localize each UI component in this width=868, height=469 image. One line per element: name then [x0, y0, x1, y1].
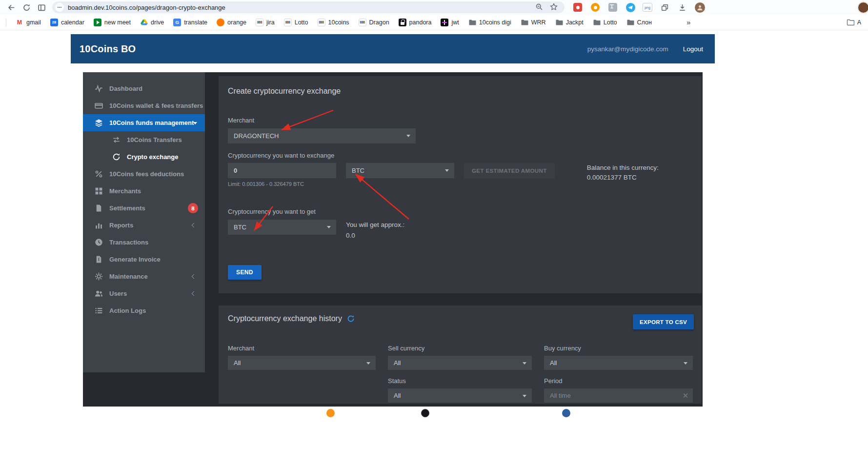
translate-icon	[173, 19, 181, 26]
clear-period-icon[interactable]	[682, 392, 689, 399]
bookmark-translate[interactable]: translate	[173, 19, 207, 26]
zoom-icon[interactable]	[535, 3, 544, 12]
main-content: Create cryptocurrency exchange Merchant …	[205, 72, 703, 404]
url-bar[interactable]: boadmin.dev.10coins.co/pages/dragon-cryp…	[52, 1, 565, 13]
sidebar-item-transactions[interactable]: Transactions	[83, 234, 205, 251]
side-panel-icon[interactable]	[35, 1, 48, 14]
settlements-count-badge: 8	[188, 203, 198, 213]
bookmark-gmail[interactable]: gmail	[16, 19, 41, 26]
extensions-row: png	[572, 2, 705, 13]
url-text: boadmin.dev.10coins.co/pages/dragon-cryp…	[68, 4, 529, 11]
send-button[interactable]: SEND	[228, 265, 262, 280]
bookmark-10coins[interactable]: 888 10coins	[318, 19, 349, 26]
favicon-888-icon: 888	[284, 19, 292, 26]
sidebar-item-dashboard[interactable]: Dashboard	[83, 80, 205, 97]
site-info-icon[interactable]	[55, 3, 64, 12]
gear-icon	[95, 272, 103, 281]
sync-icon	[112, 153, 121, 162]
sidebar-item-merchants[interactable]: Merchants	[83, 183, 205, 200]
sidebar-item-fees-deductions[interactable]: 10Coins fees deductions	[83, 165, 205, 183]
status-filter-select[interactable]: All	[388, 388, 532, 403]
sidebar-item-settlements[interactable]: Settlements 8	[83, 200, 205, 217]
sidebar-item-crypto-exchange[interactable]: Crypto exchange	[83, 148, 205, 165]
sidebar-item-wallet-fees-transfers[interactable]: 10Coins wallet & fees transfers	[83, 97, 205, 114]
extension-png-icon[interactable]: png	[643, 3, 652, 12]
merchant-filter-label: Merchant	[228, 345, 376, 352]
sidebar-item-reports[interactable]: Reports	[83, 217, 205, 234]
chevron-left-icon	[192, 291, 197, 296]
extension-scale-icon[interactable]	[607, 2, 618, 13]
bookmark-jwt[interactable]: jwt	[441, 19, 459, 26]
extension-red-icon[interactable]	[572, 2, 583, 13]
sell-currency-value: BTC	[352, 167, 364, 174]
buy-currency-filter-select[interactable]: All	[544, 356, 693, 370]
gmail-icon	[16, 19, 23, 26]
get-estimated-amount-button[interactable]: GET ESTIMATED AMOUNT	[464, 163, 555, 178]
bookmark-folder-lotto[interactable]: Lotto	[593, 19, 617, 26]
bookmark-new-meet[interactable]: new meet	[94, 19, 131, 26]
bookmarks-divider	[6, 19, 6, 26]
amount-input[interactable]	[228, 163, 336, 178]
layers-icon	[95, 119, 103, 127]
export-csv-button[interactable]: EXPORT TO CSV	[633, 314, 694, 329]
bookmark-folder-slon[interactable]: Слон	[626, 19, 652, 26]
sidebar-item-10coins-transfers[interactable]: 10Coins Transfers	[83, 131, 205, 148]
create-exchange-panel: Create cryptocurrency exchange Merchant …	[219, 76, 702, 293]
period-filter-value: All time	[550, 392, 571, 399]
bookmark-folder-wrr[interactable]: WRR	[521, 19, 546, 26]
reload-icon[interactable]	[20, 1, 33, 14]
balance-label: Balance in this currency:	[587, 163, 659, 173]
extension-telegram-icon[interactable]	[625, 2, 636, 13]
extension-avatar-icon[interactable]	[694, 2, 705, 13]
refresh-history-icon[interactable]	[347, 315, 355, 323]
bookmark-pandora[interactable]: pandora	[399, 19, 432, 26]
downloads-icon[interactable]	[677, 2, 687, 13]
status-filter-value: All	[394, 392, 401, 399]
approx-info: You will get approx.: 0.0	[346, 220, 404, 241]
document-icon	[95, 204, 103, 213]
sell-currency-filter-select[interactable]: All	[388, 356, 532, 370]
bookmark-folder-jackpt[interactable]: Jackpt	[555, 19, 584, 26]
meet-icon	[94, 19, 101, 26]
bookmark-lotto[interactable]: 888 Lotto	[284, 19, 308, 26]
profile-avatar[interactable]	[857, 1, 868, 14]
back-icon[interactable]	[5, 1, 18, 14]
sidebar-item-funds-management[interactable]: 10Coins funds management	[83, 114, 205, 131]
sell-currency-select[interactable]: BTC	[346, 163, 454, 178]
folder-icon	[593, 19, 601, 26]
percent-icon	[95, 170, 103, 179]
merchant-select[interactable]: DRAGONTECH	[228, 128, 416, 143]
bookmark-folder-a[interactable]: A	[847, 19, 861, 26]
logout-button[interactable]: Logout	[683, 45, 703, 53]
sidebar-item-action-logs[interactable]: Action Logs	[83, 302, 205, 319]
bookmark-jira[interactable]: 888 jira	[256, 19, 275, 26]
exchange-history-panel: Cryptocurrency exchange history EXPORT T…	[219, 306, 702, 404]
sidebar-item-generate-invoice[interactable]: Generate Invoice	[83, 251, 205, 268]
jwt-icon	[441, 19, 448, 26]
bar-chart-icon	[95, 221, 103, 230]
bookmark-dragon[interactable]: 888 Dragon	[359, 19, 389, 26]
buy-currency-select[interactable]: BTC	[228, 220, 336, 235]
sidebar: Dashboard 10Coins wallet & fees transfer…	[83, 72, 205, 372]
merchant-filter-select[interactable]: All	[228, 356, 376, 370]
favicon-888-icon: 888	[318, 19, 325, 26]
extension-orange-icon[interactable]	[590, 2, 601, 13]
sidebar-item-maintenance[interactable]: Maintenance	[83, 268, 205, 285]
period-filter-select[interactable]: All time	[544, 388, 693, 403]
chevron-left-icon	[192, 274, 197, 279]
list-icon	[95, 306, 103, 315]
bookmark-calendar[interactable]: 28 calendar	[50, 19, 84, 26]
bookmark-orange[interactable]: orange	[217, 19, 246, 26]
create-exchange-title: Create cryptocurrency exchange	[228, 87, 688, 96]
history-title: Cryptocurrency exchange history	[228, 314, 342, 323]
favicon-888-icon: 888	[359, 19, 366, 26]
extension-windows-icon[interactable]	[659, 2, 670, 13]
bookmarks-overflow-chevron[interactable]: »	[686, 18, 690, 26]
bookmark-drive[interactable]: drive	[140, 19, 164, 26]
users-icon	[95, 289, 103, 298]
folder-icon	[521, 19, 528, 26]
sidebar-item-users[interactable]: Users	[83, 285, 205, 302]
bookmark-folder-10coins-digi[interactable]: 10coins digi	[468, 19, 511, 26]
currency-icon-dark	[421, 409, 429, 417]
bookmark-star-icon[interactable]	[550, 3, 559, 12]
